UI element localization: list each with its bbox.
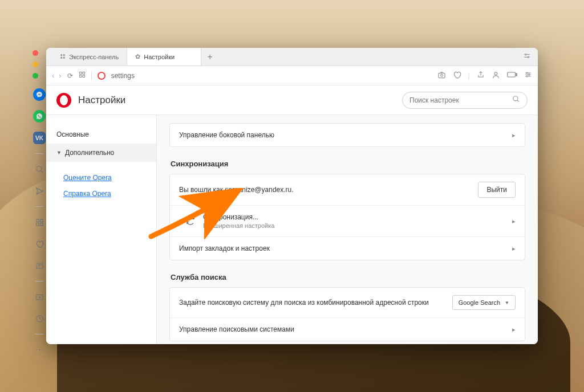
tab-bar: Экспресс-панель ✿ Настройки +	[46, 48, 538, 66]
section-search-title: Служба поиска	[171, 273, 525, 281]
svg-point-23	[526, 72, 528, 74]
svg-rect-8	[60, 54, 62, 56]
forward-icon[interactable]: ›	[59, 71, 61, 80]
speed-dial-icon[interactable]	[33, 216, 46, 228]
search-icon	[512, 95, 520, 105]
browser-window: Экспресс-панель ✿ Настройки + ‹ › ⟳ sett…	[46, 48, 538, 344]
download-icon[interactable]	[33, 291, 46, 303]
maximize-window-icon[interactable]	[33, 73, 38, 79]
page-title: Настройки	[78, 95, 125, 106]
tab-label: Настройки	[144, 54, 175, 60]
battery-icon[interactable]	[507, 71, 517, 80]
search-engine-select[interactable]: Google Search ▼	[452, 295, 516, 310]
back-icon[interactable]: ‹	[52, 71, 54, 80]
section-sync-title: Синхронизация	[171, 160, 525, 168]
nav-help-link[interactable]: Справка Opera	[46, 186, 156, 202]
row-label: Управление поисковыми системами	[179, 325, 294, 333]
profile-icon[interactable]	[492, 71, 500, 81]
tab-settings[interactable]: ✿ Настройки	[127, 48, 201, 66]
search-sidebar-icon[interactable]	[33, 163, 46, 175]
reload-icon[interactable]: ⟳	[67, 72, 73, 80]
chevron-right-icon: ▸	[512, 326, 516, 333]
url-text[interactable]: settings	[111, 72, 135, 80]
svg-point-12	[525, 54, 526, 55]
settings-header: Настройки	[46, 85, 538, 115]
logout-button[interactable]: Выйти	[478, 182, 516, 198]
svg-point-25	[526, 76, 528, 77]
minimize-window-icon[interactable]	[33, 62, 38, 67]
row-label: Управление боковой панелью	[179, 131, 274, 139]
nav-rate-link[interactable]: Оцените Opera	[46, 170, 156, 186]
svg-rect-18	[438, 73, 444, 77]
heart-outline-icon[interactable]	[453, 71, 461, 81]
gear-icon: ✿	[135, 53, 140, 60]
search-input[interactable]	[409, 96, 512, 104]
chevron-right-icon: ▸	[512, 132, 516, 139]
svg-point-20	[494, 72, 497, 75]
heart-icon[interactable]	[33, 238, 46, 250]
row-logged-in: Вы вошли как sorganize@yandex.ru. Выйти	[170, 174, 525, 205]
row-search-engine: Задайте поисковую систему для поиска из …	[170, 288, 525, 317]
camera-icon[interactable]	[437, 71, 446, 81]
chevron-down-icon: ▼	[505, 300, 509, 305]
svg-rect-16	[79, 75, 82, 77]
browser-sidebar: VK ⋯	[33, 83, 46, 356]
messenger-icon[interactable]	[33, 88, 46, 101]
svg-rect-14	[79, 72, 82, 75]
svg-rect-11	[63, 56, 65, 58]
logged-in-text: Вы вошли как sorganize@yandex.ru.	[179, 186, 294, 194]
settings-nav: Основные ▼ Дополнительно Оцените Opera С…	[46, 115, 157, 344]
svg-rect-1	[36, 219, 38, 221]
svg-rect-4	[40, 223, 42, 225]
row-label: Задайте поисковую систему для поиска из …	[179, 298, 452, 308]
new-tab-button[interactable]: +	[201, 48, 218, 66]
settings-search[interactable]	[402, 92, 528, 109]
send-icon[interactable]	[33, 185, 46, 197]
row-sync-settings[interactable]: Синхронизация... Расширенная настройка ▸	[170, 205, 525, 236]
chevron-right-icon: ▸	[512, 218, 516, 225]
settings-content[interactable]: Управление боковой панелью ▸ Синхронизац…	[157, 115, 538, 344]
svg-rect-22	[516, 74, 517, 76]
history-icon[interactable]	[33, 312, 46, 325]
chevron-right-icon: ▸	[512, 245, 516, 252]
row-label: Импорт закладок и настроек	[179, 244, 270, 252]
grid-icon	[60, 54, 66, 60]
svg-rect-17	[83, 75, 85, 77]
share-icon[interactable]	[477, 71, 485, 80]
nav-basic[interactable]: Основные	[46, 125, 156, 144]
svg-point-26	[513, 96, 518, 101]
more-icon[interactable]: ⋯	[33, 344, 46, 356]
opera-logo-icon	[98, 72, 106, 80]
svg-rect-15	[83, 72, 85, 75]
whatsapp-icon[interactable]	[33, 110, 46, 122]
address-bar: ‹ › ⟳ settings |	[46, 66, 538, 85]
svg-point-13	[528, 56, 529, 58]
speed-dial-icon[interactable]	[79, 71, 86, 80]
vk-icon[interactable]: VK	[33, 132, 46, 144]
window-traffic-lights	[33, 50, 38, 79]
settings-toggle-icon[interactable]	[524, 71, 532, 80]
svg-rect-3	[36, 223, 38, 225]
close-window-icon[interactable]	[33, 50, 38, 56]
svg-rect-21	[508, 72, 516, 77]
svg-point-24	[529, 74, 530, 75]
svg-rect-9	[63, 54, 65, 56]
chevron-down-icon: ▼	[56, 150, 62, 156]
row-manage-sidebar[interactable]: Управление боковой панелью ▸	[170, 124, 525, 146]
row-text: Синхронизация... Расширенная настройка	[203, 213, 274, 229]
svg-point-0	[36, 166, 41, 171]
news-icon[interactable]	[33, 259, 46, 272]
svg-point-19	[440, 74, 443, 76]
sync-icon	[186, 216, 196, 227]
tab-label: Экспресс-панель	[69, 54, 119, 60]
easy-setup-icon[interactable]	[523, 52, 531, 62]
opera-logo	[56, 93, 71, 108]
nav-advanced[interactable]: ▼ Дополнительно	[46, 144, 156, 162]
svg-rect-2	[40, 219, 42, 221]
settings-body: Основные ▼ Дополнительно Оцените Opera С…	[46, 115, 538, 344]
svg-rect-10	[60, 56, 62, 58]
tab-speed-dial[interactable]: Экспресс-панель	[52, 48, 127, 66]
row-manage-search[interactable]: Управление поисковыми системами ▸	[170, 317, 525, 341]
row-import-bookmarks[interactable]: Импорт закладок и настроек ▸	[170, 236, 525, 260]
